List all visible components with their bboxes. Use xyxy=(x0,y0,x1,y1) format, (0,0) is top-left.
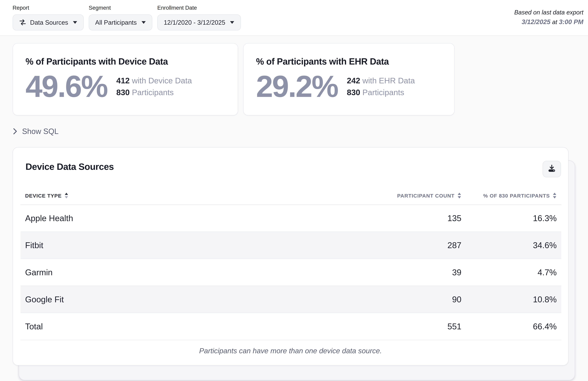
show-sql-toggle[interactable]: Show SQL xyxy=(13,127,59,136)
table-row-fitbit: Fitbit 287 34.6% xyxy=(21,232,561,259)
stat-line-value: 830 xyxy=(116,88,130,97)
report-content: % of Participants with Device Data 49.6%… xyxy=(0,43,588,365)
stat-card-details: 242 with EHR Data 830 Participants xyxy=(347,75,415,98)
table-row-garmin: Garmin 39 4.7% xyxy=(21,259,561,286)
cell-device-type: Fitbit xyxy=(21,232,306,259)
cell-pct: 10.8% xyxy=(466,286,561,313)
stat-cards-row: % of Participants with Device Data 49.6%… xyxy=(13,43,588,115)
swap-arrows-icon xyxy=(19,19,26,26)
device-data-stat-card: % of Participants with Device Data 49.6%… xyxy=(13,43,238,115)
stat-line-label: Participants xyxy=(360,88,404,97)
show-sql-label: Show SQL xyxy=(22,127,59,136)
last-export-note: Based on last data export 3/12/2025 at 3… xyxy=(514,8,584,27)
enrollment-date-dropdown[interactable]: 12/1/2020 - 3/12/2025 xyxy=(157,14,241,30)
report-dropdown-value: Data Sources xyxy=(30,19,68,26)
sort-arrows-icon xyxy=(552,192,557,200)
column-header-label: PARTICIPANT COUNT xyxy=(397,193,455,199)
segment-dropdown[interactable]: All Participants xyxy=(89,14,152,30)
download-button[interactable] xyxy=(543,161,561,177)
stat-line-value: 830 xyxy=(347,88,360,97)
export-date: 3/12/2025 xyxy=(522,18,550,25)
cell-pct: 34.6% xyxy=(466,232,561,259)
table-header-row: DEVICE TYPE PARTICIPANT COUNT % OF 830 P… xyxy=(21,190,561,205)
cell-device-type: Apple Health xyxy=(21,205,306,232)
stat-card-body: 49.6% 412 with Device Data 830 Participa… xyxy=(25,70,230,102)
stat-line: 830 Participants xyxy=(116,86,192,98)
ehr-data-stat-card: % of Participants with EHR Data 29.2% 24… xyxy=(243,43,455,115)
cell-pct: 66.4% xyxy=(466,313,561,340)
last-export-note-line2: 3/12/2025 at 3:00 PM xyxy=(514,17,584,27)
stat-line-value: 412 xyxy=(116,76,130,85)
cell-participant-count: 135 xyxy=(306,205,466,232)
stat-line-label: with EHR Data xyxy=(360,76,415,85)
chevron-right-icon xyxy=(13,128,18,135)
chevron-down-icon xyxy=(141,21,146,24)
stat-line: 412 with Device Data xyxy=(116,75,192,86)
stat-card-body: 29.2% 242 with EHR Data 830 Participants xyxy=(256,70,446,102)
cell-participant-count: 39 xyxy=(306,259,466,286)
enrollment-date-filter-group: Enrollment Date 12/1/2020 - 3/12/2025 xyxy=(157,4,241,30)
segment-filter-group: Segment All Participants xyxy=(89,4,152,30)
cell-device-type: Google Fit xyxy=(21,286,306,313)
segment-filter-label: Segment xyxy=(89,4,152,11)
filters-toolbar: Report Data Sources Segment All Particip… xyxy=(0,0,588,36)
cell-device-type: Garmin xyxy=(21,259,306,286)
card-header: Device Data Sources xyxy=(13,148,568,172)
cell-device-type: Total xyxy=(21,313,306,340)
enrollment-date-dropdown-value: 12/1/2020 - 3/12/2025 xyxy=(164,19,225,26)
report-filter-label: Report xyxy=(13,4,84,11)
last-export-note-line1: Based on last data export xyxy=(514,8,584,17)
stat-line: 830 Participants xyxy=(347,86,415,98)
download-icon xyxy=(547,164,556,174)
column-header-participant-count[interactable]: PARTICIPANT COUNT xyxy=(306,190,466,205)
column-header-pct-participants[interactable]: % OF 830 PARTICIPANTS xyxy=(466,190,561,205)
sort-arrows-icon xyxy=(457,192,462,200)
stat-line-label: with Device Data xyxy=(130,76,192,85)
cell-pct: 16.3% xyxy=(466,205,561,232)
sort-arrows-icon xyxy=(64,192,68,200)
stat-card-title: % of Participants with Device Data xyxy=(25,56,230,66)
chevron-down-icon xyxy=(230,21,234,24)
card-title: Device Data Sources xyxy=(25,161,561,172)
cell-pct: 4.7% xyxy=(466,259,561,286)
table-row-apple-health: Apple Health 135 16.3% xyxy=(21,205,561,232)
table-row-google-fit: Google Fit 90 10.8% xyxy=(21,286,561,313)
device-data-sources-table: DEVICE TYPE PARTICIPANT COUNT % OF 830 P… xyxy=(21,190,561,340)
stat-card-title: % of Participants with EHR Data xyxy=(256,56,446,66)
report-page: Report Data Sources Segment All Particip… xyxy=(0,0,588,381)
column-header-label: DEVICE TYPE xyxy=(25,193,62,199)
cell-participant-count: 90 xyxy=(306,286,466,313)
device-data-sources-card: Device Data Sources xyxy=(13,147,568,365)
column-header-label: % OF 830 PARTICIPANTS xyxy=(483,193,550,199)
report-dropdown[interactable]: Data Sources xyxy=(13,14,84,30)
enrollment-date-filter-label: Enrollment Date xyxy=(157,4,241,11)
stat-line-value: 242 xyxy=(347,76,360,85)
stat-card-details: 412 with Device Data 830 Participants xyxy=(116,75,192,98)
table-row-total: Total 551 66.4% xyxy=(21,313,561,340)
export-connector: at xyxy=(550,19,559,25)
table-footnote: Participants can have more than one devi… xyxy=(13,347,568,355)
stat-line-label: Participants xyxy=(130,88,174,97)
segment-dropdown-value: All Participants xyxy=(95,19,137,26)
device-data-percent: 49.6% xyxy=(25,70,107,102)
column-header-device-type[interactable]: DEVICE TYPE xyxy=(21,190,306,205)
stat-line: 242 with EHR Data xyxy=(347,75,415,86)
export-time: 3:00 PM xyxy=(559,18,584,25)
report-filter-group: Report Data Sources xyxy=(13,4,84,30)
chevron-down-icon xyxy=(73,21,77,24)
cell-participant-count: 551 xyxy=(306,313,466,340)
ehr-data-percent: 29.2% xyxy=(256,70,338,102)
cell-participant-count: 287 xyxy=(306,232,466,259)
